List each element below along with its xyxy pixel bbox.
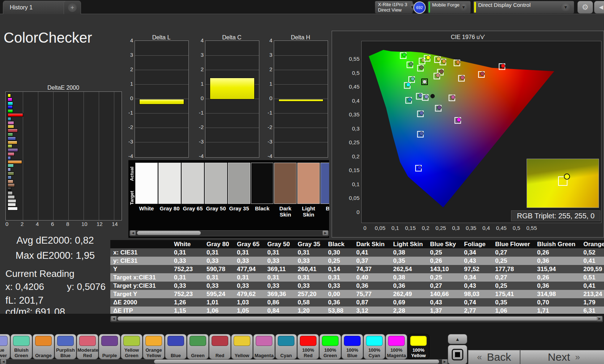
back-button[interactable]: « Back (468, 350, 520, 364)
pattern-scrollbar[interactable]: ◀ ▶ (0, 359, 448, 364)
pattern-up-button[interactable]: ▲ (448, 334, 467, 344)
table-cell: 177,78 (492, 265, 534, 273)
meter-dropdown[interactable]: X-Rite i1Pro 3 Direct View ▼ (375, 1, 413, 14)
pattern-button-magenta[interactable]: Magenta (253, 334, 275, 359)
pattern-button-100-green[interactable]: 100% Green (319, 334, 341, 359)
table-col-header: Gray 50 (264, 240, 295, 248)
table-cell: 1,03 (234, 298, 264, 307)
table-cell: 0,31 (204, 273, 234, 282)
deltae-bar-gray-35 (8, 191, 13, 195)
cie-y-tick: 0,1 (342, 181, 360, 187)
delta_l-y-tick: -2 (124, 124, 133, 130)
next-button[interactable]: Next » (520, 350, 604, 364)
pattern-button-label: Blue (166, 346, 186, 359)
pattern-button-100-yellow[interactable]: 100% Yellow (408, 334, 429, 359)
delta_h-y-tick: 3 (263, 52, 272, 58)
pattern-button-100-red[interactable]: 100% Red (297, 334, 319, 359)
pattern-button-red[interactable]: Red (209, 334, 231, 359)
scroll-right-icon[interactable]: ▶ (323, 231, 328, 235)
delta_h-y-tick: 0 (263, 95, 272, 101)
deltae-bar-moderate-red (8, 152, 14, 156)
pattern-button-bluish-green[interactable]: Bluish Green (10, 334, 32, 359)
scroll-right-icon[interactable]: ▶ (597, 316, 602, 321)
pattern-button-orange-yellow[interactable]: Orange Yellow (143, 334, 165, 359)
tab-history-1[interactable]: History 1 (3, 1, 69, 14)
table-cell: 0,26 (534, 273, 580, 282)
pattern-button-orange[interactable]: Orange (33, 334, 54, 359)
table-row: y: CIE310,330,330,330,330,330,250,370,35… (110, 257, 604, 265)
cie-y-tick: 0,3 (342, 125, 360, 132)
source-dropdown[interactable]: Mobile Forge ▼ (428, 1, 471, 14)
pattern-button-purple[interactable]: Purple (99, 334, 120, 359)
deltae-bar-100-cyan (8, 102, 13, 105)
deltae-bar-yellow (8, 125, 14, 128)
table-cell: 0,33 (204, 282, 234, 290)
pattern-window-button[interactable] (448, 345, 467, 364)
scroll-left-icon[interactable]: ◀ (111, 316, 116, 321)
pattern-button-yellow[interactable]: Yellow (231, 334, 253, 359)
pattern-button-100-blue[interactable]: 100% Blue (341, 334, 363, 359)
pattern-button-purplish-blue[interactable]: Purplish Blue (55, 334, 76, 359)
pattern-button-blue[interactable]: Blue (165, 334, 187, 359)
deltae-chart-title: DeltaE 2000 (5, 85, 121, 91)
pattern-button-green[interactable]: Green (187, 334, 209, 359)
table-scrollbar[interactable]: ◀ ▶ (110, 316, 603, 322)
table-col-header: Dark Skin (353, 240, 390, 248)
table-scrollbar-thumb[interactable] (118, 317, 599, 321)
table-cell: 0,34 (461, 273, 492, 282)
add-tab-button[interactable]: + (64, 1, 81, 14)
deltae-bar-purplish-blue (8, 156, 11, 160)
table-row-label: Target Y (110, 290, 171, 298)
table-row: Y752,23590,78477,94369,11260,410,1474,37… (110, 265, 604, 273)
measurement-table: WhiteGray 80Gray 65Gray 50Gray 35BlackDa… (110, 240, 604, 315)
pattern-button-yellow-green[interactable]: Yellow Green (121, 334, 143, 359)
pattern-button-blue-flower[interactable]: Blue Flower (0, 334, 10, 359)
settings-button[interactable]: ⚙ (577, 1, 593, 14)
pattern-button-100-magenta[interactable]: 100% Magenta (386, 334, 407, 359)
table-cell: 262,49 (390, 290, 427, 298)
deltae-bar-light-skin (8, 180, 13, 183)
cie-point-blue-measured (420, 132, 424, 136)
scroll-left-icon[interactable]: ◀ (130, 231, 136, 235)
delta_l-y-tick: 4 (124, 37, 133, 43)
deltae-x-tick: 14 (112, 221, 118, 227)
deltae-x-tick: 2 (21, 221, 24, 227)
pattern-button-cyan[interactable]: Cyan (275, 334, 297, 359)
deltae-bar-100-red (8, 113, 23, 117)
pattern-scrollbar-thumb[interactable] (154, 360, 439, 364)
table-corner-cell (110, 240, 171, 248)
cie-x-tick: 0,55 (524, 225, 539, 231)
table-cell: 0,33 (171, 282, 204, 290)
swatch-scrollbar-thumb[interactable] (137, 231, 201, 235)
collapse-panel-button[interactable]: ◀ (594, 1, 604, 14)
table-cell: 0,33 (264, 282, 295, 290)
table-cell: 0,38 (390, 273, 427, 282)
table-cell: 0,27 (492, 248, 534, 257)
table-cell: 0,26 (534, 248, 580, 257)
meter-count-badge: 692 (413, 1, 426, 14)
table-cell: 0,31 (234, 248, 264, 257)
delta_c-y-tick: -2 (194, 124, 204, 130)
deltae-bar-100-blue (8, 105, 13, 109)
scroll-right-icon[interactable]: ▶ (442, 359, 447, 364)
pattern-color-patch (35, 336, 52, 346)
table-col-header: Blue Sky (427, 240, 461, 248)
table-cell: 0,35 (492, 298, 534, 307)
table-cell: 752,23 (171, 265, 204, 273)
swatch-scrollbar[interactable]: ◀ ▶ (129, 230, 329, 236)
delta_l-bar (139, 99, 184, 104)
table-row-label: y: CIE31 (110, 257, 171, 265)
deltae-bar-yellow-green (8, 144, 12, 148)
pattern-button-label: Cyan (276, 346, 296, 359)
pattern-color-patch (101, 336, 118, 346)
table-cell: 213,24 (580, 290, 604, 298)
table-cell: 0,37 (353, 257, 390, 265)
pattern-button-moderate-red[interactable]: Moderate Red (77, 334, 98, 359)
display-control-dropdown[interactable]: Direct Display Control ▼ (473, 1, 574, 14)
cie-y-tick: 0,25 (342, 139, 360, 145)
pattern-button-100-cyan[interactable]: 100% Cyan (363, 334, 385, 359)
cie-point-black-measured (431, 94, 435, 98)
plus-icon: + (68, 3, 77, 12)
scroll-left-icon[interactable]: ◀ (1, 359, 6, 364)
table-col-header: Gray 35 (295, 240, 325, 248)
